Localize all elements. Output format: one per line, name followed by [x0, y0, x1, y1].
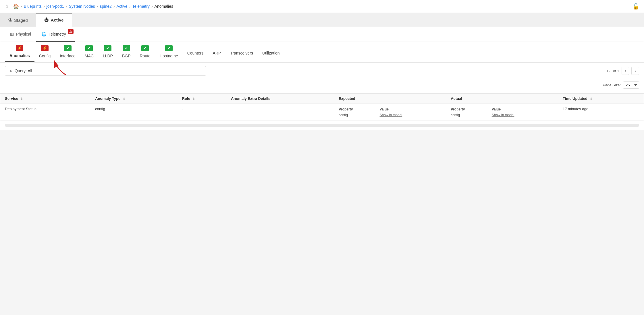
- col-role-label: Role: [182, 96, 190, 101]
- favorite-icon[interactable]: ☆: [5, 3, 9, 9]
- col-anomaly-type: Anomaly Type ⇕: [90, 94, 177, 104]
- col-expected-label: Expected: [339, 96, 355, 101]
- telemetry-label: Telemetry: [49, 32, 66, 36]
- breadcrumb: ☆ 🏠 › Blueprints › josh-pod1 › System No…: [5, 3, 173, 9]
- pagination-info: 1-1 of 1 ‹ ›: [607, 67, 639, 75]
- interface-label: Interface: [60, 54, 75, 58]
- expected-value-header: Value: [380, 107, 442, 112]
- main-content: ▦ Physical 🌐 Telemetry ⚠ ⚡ Anomalies ⚡ C…: [0, 27, 644, 130]
- cell-time-updated: 17 minutes ago: [558, 104, 644, 121]
- breadcrumb-separator: ›: [21, 4, 22, 9]
- pagination-range: 1-1 of 1: [607, 69, 619, 73]
- tab-interface[interactable]: ✔ Interface: [55, 46, 80, 62]
- tab-hostname[interactable]: ✔ Hostname: [155, 46, 183, 62]
- anomalies-badge: ⚡: [16, 45, 23, 51]
- col-expected: Expected: [334, 94, 446, 104]
- anomalies-label: Anomalies: [9, 53, 30, 58]
- query-box[interactable]: ▶ Query: All: [5, 66, 206, 76]
- cell-actual: Property Value config Show in modal: [446, 104, 558, 121]
- tab-physical[interactable]: ▦ Physical: [5, 27, 36, 42]
- tab-lldp[interactable]: ✔ LLDP: [98, 46, 117, 62]
- tab-active[interactable]: ⏻ Active: [36, 13, 72, 27]
- expected-property-header: Property: [339, 107, 380, 112]
- mac-label: MAC: [85, 54, 94, 58]
- route-label: Route: [140, 54, 151, 58]
- breadcrumb-josh-pod1[interactable]: josh-pod1: [47, 4, 64, 9]
- pagination-prev[interactable]: ‹: [622, 67, 629, 75]
- cell-role: -: [178, 104, 226, 121]
- breadcrumb-active[interactable]: Active: [116, 4, 127, 9]
- page-size-label: Page Size:: [603, 83, 621, 87]
- mac-badge: ✔: [85, 45, 93, 51]
- active-icon: ⏻: [44, 18, 49, 22]
- lock-icon[interactable]: 🔓: [632, 3, 639, 10]
- tab-utilization[interactable]: Utilization: [258, 48, 284, 59]
- col-time-updated: Time Updated ⇕: [558, 94, 644, 104]
- expected-show-modal-link[interactable]: Show in modal: [380, 112, 442, 118]
- breadcrumb-spine2[interactable]: spine2: [100, 4, 112, 9]
- cell-expected: Property Value config Show in modal: [334, 104, 446, 121]
- sort-role-icon[interactable]: ⇕: [192, 97, 195, 100]
- config-label: Config: [39, 54, 51, 58]
- col-service-label: Service: [5, 96, 18, 101]
- counters-label: Counters: [187, 51, 204, 55]
- tab-transceivers[interactable]: Transceivers: [225, 48, 258, 59]
- interface-badge: ✔: [64, 45, 72, 51]
- col-extra-details-label: Anomaly Extra Details: [231, 96, 270, 101]
- col-service: Service ⇕: [0, 94, 90, 104]
- actual-property-header: Property: [451, 107, 492, 112]
- tab-anomalies[interactable]: ⚡ Anomalies: [5, 45, 34, 62]
- tab-staged[interactable]: ⚗ Staged: [0, 13, 36, 27]
- table-row: Deployment Status config - Property Valu…: [0, 104, 644, 121]
- pagination-next[interactable]: ›: [631, 67, 639, 75]
- staged-label: Staged: [14, 18, 28, 23]
- hostname-badge: ✔: [165, 45, 173, 51]
- utilization-label: Utilization: [262, 51, 280, 55]
- cell-anomaly-type: config: [90, 104, 177, 121]
- lldp-label: LLDP: [103, 54, 113, 58]
- sort-anomaly-icon[interactable]: ⇕: [123, 97, 125, 100]
- actual-show-modal-link[interactable]: Show in modal: [492, 112, 554, 118]
- table-header-row: Service ⇕ Anomaly Type ⇕ Role ⇕ Anomaly …: [0, 94, 644, 104]
- page-size-row: Page Size: 25 50 100: [0, 79, 644, 93]
- actual-value-header: Value: [492, 107, 554, 112]
- tab-arp[interactable]: ARP: [208, 48, 225, 59]
- tab-counters[interactable]: Counters: [183, 48, 208, 59]
- tertiary-tabs: ⚡ Anomalies ⚡ Config ✔ Interface ✔ MAC ✔…: [0, 42, 644, 63]
- hostname-label: Hostname: [160, 54, 178, 58]
- arp-label: ARP: [213, 51, 221, 55]
- lldp-badge: ✔: [104, 45, 111, 51]
- sort-service-icon[interactable]: ⇕: [20, 97, 23, 100]
- page-size-select[interactable]: 25 50 100: [623, 81, 639, 89]
- col-actual: Actual: [446, 94, 558, 104]
- tab-config[interactable]: ⚡ Config: [34, 46, 55, 62]
- breadcrumb-telemetry[interactable]: Telemetry: [132, 4, 150, 9]
- config-badge: ⚡: [41, 45, 49, 51]
- telemetry-icon: 🌐: [41, 32, 46, 36]
- col-anomaly-type-label: Anomaly Type: [95, 96, 120, 101]
- tab-bgp[interactable]: ✔ BGP: [117, 46, 135, 62]
- breadcrumb-system-nodes[interactable]: System Nodes: [69, 4, 95, 9]
- home-icon[interactable]: 🏠: [13, 4, 19, 9]
- query-label: Query: All: [15, 69, 32, 73]
- col-role: Role ⇕: [178, 94, 226, 104]
- transceivers-label: Transceivers: [230, 51, 253, 55]
- toolbar: ▶ Query: All 1-1 of 1 ‹ ›: [0, 63, 644, 79]
- telemetry-alert-badge: ⚠: [68, 29, 74, 34]
- expected-config-cell: config: [339, 112, 380, 118]
- breadcrumb-current: Anomalies: [155, 4, 173, 9]
- col-time-updated-label: Time Updated: [563, 96, 587, 101]
- col-actual-label: Actual: [451, 96, 462, 101]
- bgp-badge: ✔: [123, 45, 130, 51]
- actual-config-cell: config: [451, 112, 492, 118]
- breadcrumb-blueprints[interactable]: Blueprints: [24, 4, 42, 9]
- tab-route[interactable]: ✔ Route: [135, 46, 155, 62]
- tab-telemetry[interactable]: 🌐 Telemetry ⚠: [36, 27, 75, 42]
- data-table: Service ⇕ Anomaly Type ⇕ Role ⇕ Anomaly …: [0, 93, 644, 121]
- sort-time-icon[interactable]: ⇕: [590, 97, 592, 100]
- tab-mac[interactable]: ✔ MAC: [80, 46, 98, 62]
- primary-tabs: ⚗ Staged ⏻ Active: [0, 13, 644, 27]
- cell-extra-details: [226, 104, 334, 121]
- horizontal-scrollbar[interactable]: [5, 124, 639, 127]
- col-extra-details: Anomaly Extra Details: [226, 94, 334, 104]
